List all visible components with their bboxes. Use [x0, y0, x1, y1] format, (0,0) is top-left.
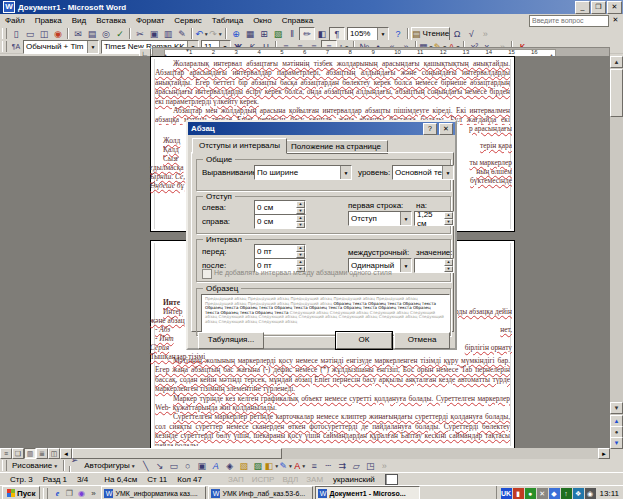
view-reading-button[interactable]: ◫ [48, 448, 60, 459]
toolbar-options-icon[interactable]: » [377, 460, 391, 472]
text-box-icon[interactable]: ▣ [195, 460, 209, 472]
tray-icon-teal[interactable]: ❖ [573, 488, 584, 499]
scroll-right-icon[interactable]: ► [598, 448, 610, 459]
picture-icon[interactable]: ▨ [251, 460, 265, 472]
no-space-same-style-checkbox[interactable] [202, 269, 212, 279]
draw-font-color-icon[interactable]: А▼ [293, 460, 307, 472]
view-print-layout-button[interactable]: ▥ [24, 448, 36, 459]
cut-icon[interactable]: ✂ [133, 28, 147, 40]
undo-icon[interactable]: ↶▼ [195, 28, 209, 40]
chevron-down-icon[interactable]: ▼ [377, 28, 388, 40]
hyperlink-icon[interactable]: ⊕ [229, 28, 243, 40]
menu-окно[interactable]: Окно [248, 15, 277, 27]
quicklaunch-desktop-icon[interactable]: ❐ [63, 488, 75, 499]
spelling-status-icon[interactable] [385, 474, 398, 485]
help-icon[interactable]: ? [423, 123, 437, 135]
tray-icon-blue[interactable]: ◆ [549, 488, 560, 499]
taskbar-task[interactable]: WУМК_информатика каз.... [101, 486, 206, 499]
threed-style-icon[interactable]: ◳ [363, 460, 377, 472]
quicklaunch-player-icon[interactable]: ◉ [75, 488, 87, 499]
minimize-button[interactable]: _ [575, 1, 590, 14]
tray-icon-green[interactable]: ● [525, 488, 536, 499]
scroll-down-icon[interactable]: ▼ [610, 402, 623, 414]
spelling-icon[interactable]: ✓ [113, 28, 127, 40]
toolbar-grip[interactable] [2, 460, 7, 471]
styles-icon[interactable]: ¶А [9, 41, 23, 53]
ok-button[interactable]: ОК [336, 332, 392, 349]
status-mode-испр[interactable]: ИСПР [252, 475, 275, 484]
columns-icon[interactable]: ‖ [285, 28, 299, 40]
horizontal-scroll-thumb[interactable] [72, 448, 282, 459]
arrow-style-icon[interactable]: ⇉ [335, 460, 349, 472]
spacing-before-spinner[interactable]: 0 пт ▲▼ [254, 244, 306, 259]
fill-color-icon[interactable]: ◧▼ [265, 460, 279, 472]
quicklaunch-ie-icon[interactable]: e [51, 488, 63, 499]
chevron-down-icon[interactable]: ▼ [442, 166, 453, 179]
omega-icon[interactable]: Ω [450, 28, 464, 40]
tray-icon-x[interactable]: ✕ [537, 488, 548, 499]
spinner-down-icon[interactable]: ▼ [444, 219, 453, 226]
tray-icon-round[interactable]: ◉ [585, 488, 596, 499]
tab-indents-spacing[interactable]: Отступы и интервалы [192, 138, 287, 154]
status-mode-зап[interactable]: ЗАП [228, 475, 244, 484]
read-button[interactable]: ▤Чтение [411, 27, 450, 41]
menu-сервис[interactable]: Сервис [169, 15, 206, 27]
insert-table-icon[interactable]: ⊞ [257, 28, 271, 40]
tables-borders-icon[interactable]: ▦ [243, 28, 257, 40]
dash-style-icon[interactable]: ┄ [321, 460, 335, 472]
language-indicator[interactable]: UK [501, 488, 512, 499]
horizontal-scrollbar[interactable]: ≡❏▥≣◫ ◄ ► [0, 448, 610, 459]
document-close-icon[interactable]: ✕ [609, 15, 622, 26]
close-button[interactable]: ✕ [607, 1, 622, 14]
spinner-down-icon[interactable]: ▼ [296, 222, 305, 229]
restore-button[interactable]: ❐ [591, 1, 606, 14]
status-mode-вдл[interactable]: ВДЛ [282, 475, 298, 484]
equation-icon[interactable]: √ [464, 28, 478, 40]
alignment-combo[interactable]: По ширине ▼ [254, 165, 352, 180]
print-preview-icon[interactable]: ◎ [99, 28, 113, 40]
format-painter-icon[interactable]: ✎ [175, 28, 189, 40]
shadow-style-icon[interactable]: ▱ [349, 460, 363, 472]
value-spinner[interactable]: ▲▼ [414, 258, 454, 273]
line-icon[interactable]: ╲ [139, 460, 153, 472]
toolbar-grip[interactable] [2, 41, 7, 52]
oval-icon[interactable]: ○ [181, 460, 195, 472]
help-icon[interactable]: ? [391, 28, 405, 40]
quicklaunch-more-icon[interactable]: » [87, 488, 99, 499]
drawing-icon[interactable]: ✏ [299, 27, 315, 41]
diagram-icon[interactable]: ◈ [223, 460, 237, 472]
ask-question-input[interactable] [529, 15, 609, 27]
outline-level-combo[interactable]: Основной текст ▼ [392, 165, 454, 180]
chevron-down-icon[interactable]: ▼ [400, 259, 411, 272]
show-marks-icon[interactable]: ¶ [329, 27, 345, 41]
status-language[interactable]: украинский [333, 475, 375, 484]
tabs-button[interactable]: Табуляция... [198, 332, 264, 349]
line-style-icon[interactable]: ≡ [307, 460, 321, 472]
line-color-icon[interactable]: ✎▼ [279, 460, 293, 472]
first-line-indent-marker[interactable]: ▼ [185, 48, 190, 53]
chevron-down-icon[interactable]: ▼ [400, 212, 411, 225]
tray-icon-arrow[interactable]: ↑ [561, 488, 572, 499]
wordart-icon[interactable]: A [209, 460, 223, 472]
status-mode-зам[interactable]: ЗАМ [306, 475, 323, 484]
menu-правка[interactable]: Правка [30, 15, 67, 27]
view-web-button[interactable]: ❏ [12, 448, 24, 459]
view-normal-button[interactable]: ≡ [0, 448, 12, 459]
spinner-down-icon[interactable]: ▼ [444, 266, 453, 273]
next-page-icon[interactable]: ▼ [610, 437, 623, 449]
menu-вставка[interactable]: Вставка [91, 15, 131, 27]
document-map-icon[interactable]: ◧ [315, 28, 329, 40]
view-outline-button[interactable]: ≣ [36, 448, 48, 459]
autoshapes-menu-button[interactable]: Автофигуры▼ [81, 460, 138, 471]
menu-таблица[interactable]: Таблица [207, 15, 248, 27]
style-combo[interactable]: Обычный + Tim ▼ [23, 40, 99, 54]
clipart-icon[interactable]: ▧ [237, 460, 251, 472]
tray-icon-red[interactable]: ▮ [513, 488, 524, 499]
toolbar-options-icon[interactable]: » [478, 28, 492, 40]
print-icon[interactable]: ▤ [85, 28, 99, 40]
insert-excel-icon[interactable]: ▧ [271, 28, 285, 40]
redo-icon[interactable]: ↷▼ [209, 28, 223, 40]
first-line-combo[interactable]: Отступ ▼ [348, 211, 412, 226]
menu-формат[interactable]: Формат [131, 15, 169, 27]
taskbar-task[interactable]: WУМК Инф_лаб_каз.53-6... [208, 486, 313, 499]
